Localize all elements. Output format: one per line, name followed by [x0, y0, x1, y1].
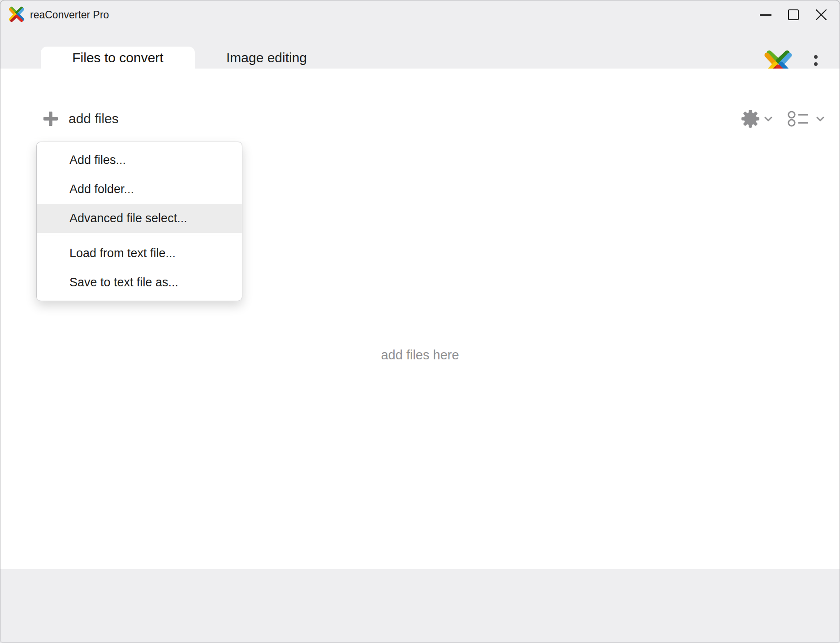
app-window: reaConverter Pro Files to convert Image …	[0, 0, 840, 643]
menu-item-advanced-file-select[interactable]: Advanced file select...	[37, 204, 242, 233]
tab-image-editing-label: Image editing	[226, 50, 307, 65]
close-button[interactable]	[807, 2, 835, 27]
menu-item-add-folder[interactable]: Add folder...	[37, 175, 242, 204]
menu-item-add-files[interactable]: Add files...	[37, 146, 242, 175]
tab-image-editing[interactable]: Image editing	[195, 47, 338, 69]
titlebar: reaConverter Pro	[0, 0, 840, 29]
close-icon	[815, 9, 827, 21]
footer-bar: Save as JPG to Subfolder: Converted Conv…	[0, 569, 840, 643]
chevron-down-icon	[764, 117, 772, 121]
chevron-down-icon	[816, 117, 824, 121]
kebab-dot-icon	[814, 55, 818, 59]
minimize-button[interactable]	[752, 2, 780, 27]
maximize-button[interactable]	[780, 2, 807, 27]
menu-item-load-from-text-file[interactable]: Load from text file...	[37, 239, 242, 268]
add-files-label: add files	[69, 111, 119, 126]
plus-icon	[43, 112, 58, 126]
tab-files-to-convert-label: Files to convert	[72, 50, 163, 65]
toolbar-right	[741, 106, 840, 131]
view-options-dropdown-button[interactable]	[788, 110, 824, 127]
window-title: reaConverter Pro	[30, 0, 109, 29]
file-list-area: add files Add files... Add folder... Adv…	[0, 69, 840, 569]
maximize-icon	[788, 9, 799, 20]
toolbar-divider	[0, 140, 840, 140]
view-options-icon	[788, 110, 812, 127]
app-logo-icon	[8, 5, 26, 23]
gear-icon	[741, 109, 760, 128]
kebab-dot-icon	[814, 62, 818, 66]
menu-item-save-to-text-file[interactable]: Save to text file as...	[37, 268, 242, 297]
tab-files-to-convert[interactable]: Files to convert	[41, 47, 195, 69]
conversion-settings-dropdown-button[interactable]	[741, 109, 772, 128]
add-files-button[interactable]: add files	[43, 106, 119, 131]
window-controls	[752, 0, 835, 29]
add-files-menu: Add files... Add folder... Advanced file…	[36, 142, 242, 301]
minimize-icon	[760, 14, 771, 16]
menu-separator	[37, 236, 242, 236]
empty-state-hint: add files here	[0, 348, 840, 362]
